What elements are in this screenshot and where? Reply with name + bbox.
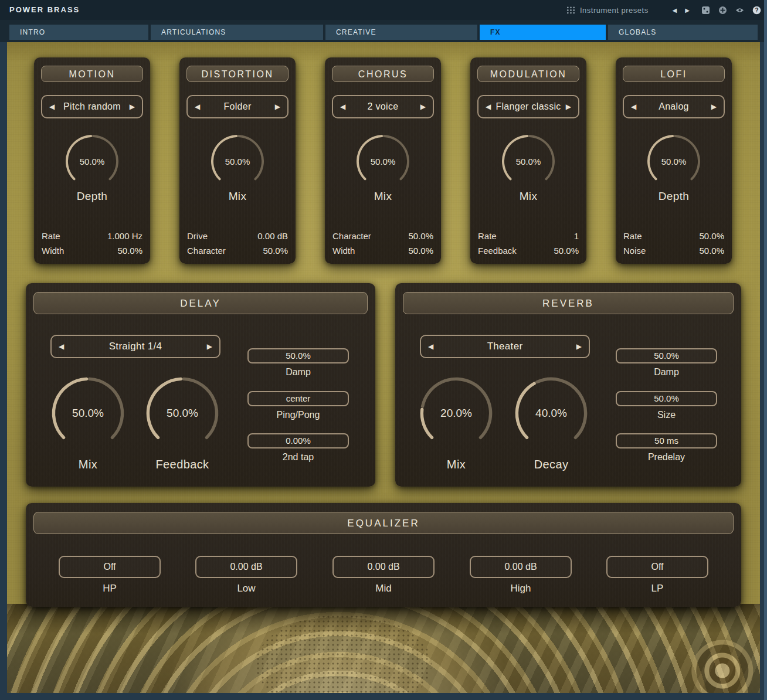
distortion-mix-knob[interactable]: 50.0% — [210, 134, 265, 189]
reverb-decay-knob[interactable]: 40.0% — [514, 376, 589, 451]
prev-arrow-icon[interactable]: ◀ — [340, 103, 345, 110]
lofi-rate-row[interactable]: Rate 50.0% — [623, 231, 724, 241]
chorus-width-row[interactable]: Width 50.0% — [332, 246, 433, 256]
knob-value: 50.0% — [50, 376, 125, 451]
fx-page: MOTION ◀ Pitch random ▶ 50.0% Depth Rate… — [7, 42, 760, 693]
equalizer-panel: EQUALIZER Off HP 0.00 dB Low 0.00 dB Mid… — [26, 503, 741, 607]
distortion-type-selector[interactable]: ◀ Folder ▶ — [186, 95, 289, 118]
param-name: Rate — [623, 231, 642, 241]
field-label: 2nd tap — [247, 452, 349, 463]
modulation-mix-knob[interactable]: 50.0% — [501, 134, 556, 189]
reverb-size-value[interactable]: 50.0% — [616, 391, 717, 406]
tab-creative[interactable]: CREATIVE — [325, 25, 477, 40]
prev-arrow-icon[interactable]: ◀ — [428, 343, 433, 350]
next-arrow-icon[interactable]: ▶ — [711, 103, 717, 110]
next-arrow-icon[interactable]: ▶ — [275, 103, 280, 110]
delay-mix-knob[interactable]: 50.0% — [50, 376, 125, 451]
param-name: Character — [332, 231, 371, 241]
field-label: Ping/Pong — [247, 410, 349, 420]
eq-mid-band: 0.00 dB Mid — [332, 556, 435, 594]
modulation-type-selector[interactable]: ◀ Flanger classic ▶ — [477, 95, 579, 118]
window-resize-edge[interactable] — [764, 0, 767, 700]
lofi-panel: LOFI ◀ Analog ▶ 50.0% Depth Rate 50.0% N… — [616, 57, 732, 264]
previous-preset-icon[interactable]: ◀ — [673, 7, 677, 13]
modulation-panel: MODULATION ◀ Flanger classic ▶ 50.0% Mix… — [470, 57, 586, 264]
param-value: 50.0% — [263, 246, 288, 256]
help-icon[interactable]: ? — [752, 6, 761, 15]
motion-rate-row[interactable]: Rate 1.000 Hz — [42, 231, 142, 241]
distortion-character-row[interactable]: Character 50.0% — [187, 246, 288, 256]
delay-pingpong-value[interactable]: center — [247, 391, 349, 406]
reverb-type-selector[interactable]: ◀ Theater ▶ — [420, 335, 590, 358]
eq-lp-value[interactable]: Off — [606, 556, 708, 578]
next-arrow-icon[interactable]: ▶ — [207, 343, 212, 350]
prev-arrow-icon[interactable]: ◀ — [195, 103, 200, 110]
prev-arrow-icon[interactable]: ◀ — [486, 103, 491, 110]
preset-menu-button[interactable]: Instrument presets — [566, 0, 649, 20]
tab-fx[interactable]: FX — [480, 25, 606, 40]
eq-low-value[interactable]: 0.00 dB — [195, 556, 297, 578]
delay-feedback-knob[interactable]: 50.0% — [145, 376, 220, 451]
param-value: 1.000 Hz — [107, 231, 142, 241]
knob-value: 20.0% — [419, 376, 494, 451]
field-label: Damp — [616, 367, 717, 378]
plugin-window: POWER BRASS Instrument presets ◀ ▶ — [0, 0, 767, 700]
param-name: Rate — [42, 231, 60, 241]
equalizer-title: EQUALIZER — [33, 512, 734, 534]
knob-label: Feedback — [133, 458, 232, 471]
tab-articulations[interactable]: ARTICULATIONS — [151, 25, 323, 40]
reverb-title: REVERB — [403, 292, 734, 314]
delay-2ndtap-value[interactable]: 0.00% — [247, 433, 349, 448]
param-name: Noise — [623, 246, 646, 256]
prev-arrow-icon[interactable]: ◀ — [49, 103, 55, 110]
prev-arrow-icon[interactable]: ◀ — [631, 103, 636, 110]
next-arrow-icon[interactable]: ▶ — [130, 103, 135, 110]
chorus-mix-knob[interactable]: 50.0% — [355, 134, 410, 189]
motion-width-row[interactable]: Width 50.0% — [42, 246, 142, 256]
lofi-type-value: Analog — [636, 101, 711, 112]
next-arrow-icon[interactable]: ▶ — [576, 343, 582, 350]
eq-hp-value[interactable]: Off — [59, 556, 161, 578]
chorus-character-row[interactable]: Character 50.0% — [332, 231, 433, 241]
reverb-mix-knob[interactable]: 20.0% — [419, 376, 494, 451]
lofi-depth-knob[interactable]: 50.0% — [646, 134, 701, 189]
lofi-noise-row[interactable]: Noise 50.0% — [623, 246, 724, 256]
add-circle-icon[interactable] — [718, 6, 727, 15]
reverb-predelay-value[interactable]: 50 ms — [616, 433, 717, 448]
next-arrow-icon[interactable]: ▶ — [566, 103, 571, 110]
reverb-type-value: Theater — [433, 341, 576, 352]
field-label: Mid — [332, 583, 435, 594]
reverb-mix-group: 20.0% Mix — [407, 376, 505, 471]
knob-label: Decay — [502, 458, 600, 471]
chorus-type-selector[interactable]: ◀ 2 voice ▶ — [332, 95, 434, 118]
reverb-damp-value[interactable]: 50.0% — [616, 348, 717, 363]
motion-depth-knob[interactable]: 50.0% — [65, 134, 120, 189]
eq-mid-value[interactable]: 0.00 dB — [332, 556, 435, 578]
random-preset-icon[interactable] — [701, 6, 710, 15]
knob-label: Mix — [407, 458, 505, 471]
prev-arrow-icon[interactable]: ◀ — [59, 343, 64, 350]
tab-globals[interactable]: GLOBALS — [608, 25, 758, 40]
tabbar: INTRO ARTICULATIONS CREATIVE FX GLOBALS — [0, 20, 767, 42]
field-label: Size — [616, 410, 717, 420]
delay-damp-value[interactable]: 50.0% — [247, 348, 349, 363]
eq-low-band: 0.00 dB Low — [195, 556, 297, 594]
modulation-rate-row[interactable]: Rate 1 — [478, 231, 579, 241]
field-label: HP — [59, 583, 161, 594]
eye-icon[interactable] — [735, 6, 744, 15]
eq-high-value[interactable]: 0.00 dB — [470, 556, 572, 578]
lofi-type-selector[interactable]: ◀ Analog ▶ — [623, 95, 725, 118]
knob-value: 50.0% — [646, 134, 701, 189]
next-arrow-icon[interactable]: ▶ — [420, 103, 426, 110]
knob-label: Mix — [470, 190, 586, 203]
tab-intro[interactable]: INTRO — [9, 25, 148, 40]
delay-panel: DELAY ◀ Straight 1/4 ▶ 50.0% Mix 50.0% F… — [26, 283, 375, 487]
next-preset-icon[interactable]: ▶ — [685, 7, 690, 13]
chorus-panel: CHORUS ◀ 2 voice ▶ 50.0% Mix Character 5… — [325, 57, 441, 264]
delay-2ndtap-field: 0.00% 2nd tap — [247, 433, 349, 463]
motion-type-selector[interactable]: ◀ Pitch random ▶ — [41, 95, 143, 118]
distortion-drive-row[interactable]: Drive 0.00 dB — [187, 231, 288, 241]
delay-time-selector[interactable]: ◀ Straight 1/4 ▶ — [50, 335, 220, 358]
param-value: 50.0% — [699, 231, 724, 241]
modulation-feedback-row[interactable]: Feedback 50.0% — [478, 246, 579, 256]
